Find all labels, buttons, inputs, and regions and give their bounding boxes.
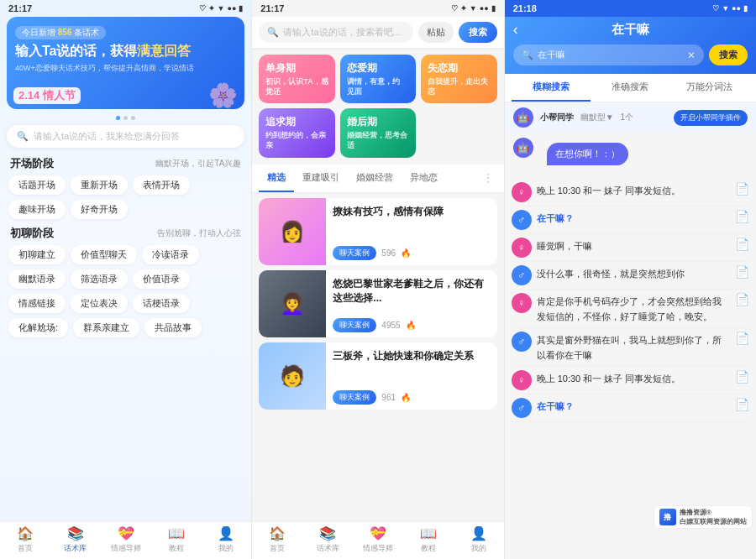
file-icon-3: 📄 xyxy=(735,265,749,279)
article-item-1[interactable]: 👩‍🦱 悠烧巴黎世家老爹鞋之后，你还有这些选择... 聊天案例 4955 🔥 xyxy=(259,270,496,337)
p3-search-row: 🔍 在干嘛 ✕ 搜索 xyxy=(513,44,748,65)
home-icon-2: 🏠 xyxy=(269,525,286,541)
chat-msg-1: 在干嘛？ xyxy=(537,213,574,223)
tag-item[interactable]: 价值型聊天 xyxy=(71,245,137,264)
tag-item[interactable]: 群系亲建立 xyxy=(73,318,139,337)
nav-home-2[interactable]: 🏠 首页 xyxy=(252,525,302,554)
bottom-nav-1: 🏠 首页 📚 话术库 💝 情感导师 📖 教程 👤 我的 xyxy=(0,521,251,559)
nav-course-1[interactable]: 📖 教程 xyxy=(151,525,202,554)
category-pursue[interactable]: 追求期 约到想约的，会亲 亲 xyxy=(259,108,334,157)
helper-plugin-button[interactable]: 开启小帮同学插件 xyxy=(674,110,748,126)
signal-icon-2: ●● xyxy=(480,4,489,13)
chat-content-0: 晚上 10:30 和一 妹子 同事发短信。 xyxy=(537,182,730,197)
tag-item[interactable]: 筛选语录 xyxy=(71,269,128,289)
tag-item[interactable]: 定位表决 xyxy=(71,294,128,313)
tag-item[interactable]: 初聊建立 xyxy=(8,245,66,264)
helper-name: 小帮同学 xyxy=(540,112,574,123)
p2-search-box[interactable]: 🔍 请输入ta说的话，搜索看吧... xyxy=(259,22,412,43)
nav-course-2[interactable]: 📖 教程 xyxy=(403,525,454,554)
tag-item[interactable]: 趣味开场 xyxy=(8,200,66,219)
search-bar-1[interactable]: 🔍 请输入ta说的话，我来给您满分回答 xyxy=(7,125,244,148)
article-item-2[interactable]: 🧑 三板斧，让她快速和你确定关系 聊天案例 961 🔥 xyxy=(259,342,496,410)
tag-item[interactable]: 话梗语录 xyxy=(133,294,190,313)
nav-coach-2[interactable]: 💝 情感导师 xyxy=(353,525,403,554)
nav-home-label-2: 首页 xyxy=(270,543,285,554)
nav-home-1[interactable]: 🏠 首页 xyxy=(0,525,50,554)
chat-item-3: ♂ 没什么事，很奇怪，就是突然想到你 📄 xyxy=(512,262,749,290)
chat-content-2: 睡觉啊，干嘛 xyxy=(537,238,730,253)
category-love[interactable]: 恋爱期 调情，有意，约 见面 xyxy=(340,55,416,103)
category-marriage[interactable]: 婚后期 婚姻经营，思考合 适 xyxy=(340,108,416,157)
fire-icon-1: 🔥 xyxy=(406,321,416,330)
dot-1 xyxy=(116,116,120,120)
chat-avatar-pink-2: ♀ xyxy=(512,238,532,258)
chat-avatar-pink-6: ♀ xyxy=(512,370,532,390)
cat-title-3: 追求期 xyxy=(265,115,328,129)
chat-content-1: 在干嘛？ xyxy=(537,210,730,225)
watermark-icon: 撸 xyxy=(659,509,676,525)
tag-item[interactable]: 表情开场 xyxy=(133,175,190,195)
tab-featured[interactable]: 精选 xyxy=(259,165,294,192)
banner-subtitle: 40W+恋爱聊天话术技巧，帮你提升高情商，学说情话 xyxy=(15,63,236,74)
fire-icon-0: 🔥 xyxy=(401,248,411,258)
tag-item[interactable]: 幽默语录 xyxy=(8,269,66,289)
search-icon-1: 🔍 xyxy=(17,131,29,142)
watermark-text: 撸撸资源® 白嫖互联网资源的网站 xyxy=(680,508,747,526)
tab-longdistance[interactable]: 异地恋 xyxy=(402,165,446,192)
course-icon-2: 📖 xyxy=(420,525,437,541)
p3-search-box[interactable]: 🔍 在干嘛 ✕ xyxy=(513,44,704,65)
search-icon-p2: 🔍 xyxy=(267,27,279,38)
tab-marriage[interactable]: 婚姻经营 xyxy=(348,165,402,192)
nav-profile-2[interactable]: 👤 我的 xyxy=(454,525,504,554)
cat-sub-3: 约到想约的，会亲 亲 xyxy=(265,131,328,150)
paste-button[interactable]: 粘贴 xyxy=(418,22,454,43)
nav-coach-1[interactable]: 💝 情感导师 xyxy=(101,525,151,554)
course-icon: 📖 xyxy=(168,525,185,541)
search-tab-exact[interactable]: 准确搜索 xyxy=(591,74,669,102)
search-tab-fuzzy[interactable]: 模糊搜索 xyxy=(512,74,591,102)
tag-item[interactable]: 重新开场 xyxy=(71,175,128,195)
dot-2 xyxy=(123,116,128,120)
signal-icon: ●● xyxy=(227,4,236,13)
tag-item[interactable]: 情感链接 xyxy=(8,294,66,313)
clear-search-icon[interactable]: ✕ xyxy=(687,50,696,61)
category-single[interactable]: 单身期 初识，认识TA，感 觉还 xyxy=(259,55,334,103)
article-item-0[interactable]: 👩 撩妹有技巧，感情有保障 聊天案例 596 🔥 xyxy=(259,198,496,265)
nav-profile-1[interactable]: 👤 我的 xyxy=(201,525,251,554)
search-tab-word[interactable]: 万能分词法 xyxy=(670,74,749,102)
tag-item[interactable]: 好奇开场 xyxy=(71,200,128,219)
book-icon: 📚 xyxy=(67,525,84,541)
cat-sub-2: 自我提升，走出失 恋 xyxy=(428,77,490,97)
tab-more-icon[interactable]: ⋮ xyxy=(479,165,497,192)
article-list: 👩 撩妹有技巧，感情有保障 聊天案例 596 🔥 👩‍🦱 悠烧巴黎世家老爹鞋之后… xyxy=(252,193,503,521)
chat-list: ♀ 晚上 10:30 和一 妹子 同事发短信。 📄 ♂ 在干嘛？ 📄 ♀ 睡觉啊… xyxy=(505,175,756,559)
back-button[interactable]: ‹ xyxy=(513,21,518,39)
tab-rebuild[interactable]: 重建吸引 xyxy=(294,165,348,192)
category-breakup[interactable]: 失恋期 自我提升，走出失 恋 xyxy=(421,55,496,103)
article-footer-0: 聊天案例 596 🔥 xyxy=(333,246,490,260)
nav-vocabulary-2[interactable]: 📚 话术库 xyxy=(302,525,353,554)
chat-msg-7: 在干嘛？ xyxy=(537,401,574,411)
tag-item[interactable]: 化解尬场: xyxy=(8,318,68,337)
search-button-p2[interactable]: 搜索 xyxy=(459,22,497,43)
search-button-p3[interactable]: 搜索 xyxy=(709,44,748,65)
chat-content-7: 在干嘛？ xyxy=(537,398,730,413)
nav-vocabulary-1[interactable]: 📚 话术库 xyxy=(50,525,101,554)
chat-content-4: 肯定是你手机号码存少了，才会突然想到给我发短信的，不怪你，好了睡觉了哈，晚安。 xyxy=(537,293,730,324)
file-icon-5: 📄 xyxy=(735,332,749,345)
chat-msg-6: 晚上 10:30 和一 妹子 同事发短信。 xyxy=(537,374,681,384)
header-banner[interactable]: 今日新增 856 条话术 输入Ta说的话，获得满意回答 40W+恋爱聊天话术技巧… xyxy=(7,17,244,109)
tag-item[interactable]: 共品故事 xyxy=(144,318,202,337)
article-count-0: 596 xyxy=(381,248,396,258)
nav-coach-label-2: 情感导师 xyxy=(363,543,393,554)
helper-type[interactable]: 幽默型▼ xyxy=(580,112,614,123)
section-label-1: 开场阶段 xyxy=(10,156,54,171)
banner-decoration: 🌸 xyxy=(208,81,238,109)
tag-item[interactable]: 话题开场 xyxy=(8,175,66,195)
tag-item[interactable]: 冷读语录 xyxy=(142,245,199,264)
article-img-1: 👩‍🦱 xyxy=(259,270,326,337)
chat-avatar-blue-3: ♂ xyxy=(512,265,532,285)
section-title-1: 开场阶段 幽默开场，引起TA兴趣 xyxy=(0,151,251,174)
status-bar-3: 21:18 ♡ ▼ ●● ▮ xyxy=(505,0,756,17)
tag-item[interactable]: 价值语录 xyxy=(133,269,190,289)
